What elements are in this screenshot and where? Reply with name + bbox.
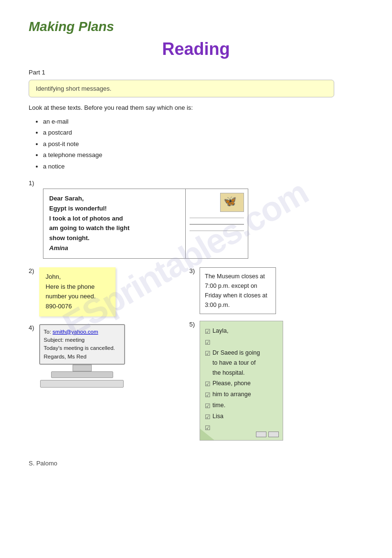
check-icon: ☑	[205, 326, 211, 337]
checklist-arrange: him to arrange	[212, 390, 251, 400]
postcard-right-side	[186, 189, 248, 258]
check-icon: ☑	[205, 412, 211, 422]
item2-row: 2) John, Here is the phone number you ne…	[29, 267, 189, 316]
check-icon: ☑	[205, 423, 211, 433]
instruction-text: Look at these texts. Before you read the…	[29, 104, 363, 111]
check-row: ☑ Lisa	[205, 411, 276, 422]
checklist-signature: Lisa	[212, 411, 223, 421]
postit-note: John, Here is the phone number you need.…	[39, 267, 116, 316]
left-column: 2) John, Here is the phone number you ne…	[29, 267, 189, 441]
reading-heading: Reading	[29, 39, 363, 59]
list-item: an e-mail	[43, 116, 363, 127]
check-row: ☑ Dr Saeed is goingto have a tour ofthe …	[205, 348, 276, 379]
part-label: Part 1	[29, 69, 363, 76]
check-icon: ☑	[205, 401, 211, 411]
item4-label: 4)	[29, 324, 34, 331]
check-row: ☑ Please, phone	[205, 379, 276, 390]
checklist-blank	[212, 337, 214, 347]
item1-label: 1)	[29, 179, 363, 187]
checklist-phone: Please, phone	[212, 379, 251, 389]
notice-box: The Museum closes at 7:00 p.m. except on…	[200, 267, 276, 314]
identifying-box: Identifying short messages.	[29, 80, 334, 97]
footer-author: S. Palomo	[29, 460, 363, 467]
postcard-line	[190, 224, 244, 225]
list-item: a telephone message	[43, 149, 363, 160]
postcard-line	[190, 218, 244, 219]
checklist-message: Dr Saeed is goingto have a tour ofthe ho…	[212, 348, 260, 379]
check-icon: ☑	[205, 348, 211, 359]
check-row: ☑ him to arrange	[205, 390, 276, 400]
item5-row: 5) ☑ Layla, ☑ ☑ Dr Saeed is goingto have…	[189, 321, 363, 441]
check-icon: ☑	[205, 390, 211, 400]
postcard-stamp	[220, 193, 244, 212]
right-column: 3) The Museum closes at 7:00 p.m. except…	[189, 267, 363, 441]
checklist-name: Layla,	[212, 326, 228, 336]
list-item: a postcard	[43, 127, 363, 138]
email-subject: Subject: meeting	[44, 337, 85, 343]
checklist-box: ☑ Layla, ☑ ☑ Dr Saeed is goingto have a …	[200, 321, 283, 441]
item3-row: 3) The Museum closes at 7:00 p.m. except…	[189, 267, 363, 314]
item2-label: 2)	[29, 267, 34, 274]
small-button	[256, 432, 266, 437]
check-icon: ☑	[205, 337, 211, 348]
checklist-buttons	[256, 432, 279, 437]
monitor-base	[51, 371, 113, 378]
postcard-item: Dear Sarah, Egypt is wonderful! I took a…	[43, 189, 248, 259]
page-title: Making Plans	[29, 19, 363, 34]
computer-screen: To: smith@yahoo.com Subject: meeting Tod…	[39, 324, 125, 365]
checklist-empty	[212, 422, 214, 432]
bottom-section: 2) John, Here is the phone number you ne…	[29, 267, 363, 441]
email-to-link[interactable]: smith@yahoo.com	[53, 329, 98, 335]
small-button	[268, 432, 279, 437]
checklist-time: time.	[212, 400, 225, 411]
list-item: a notice	[43, 161, 363, 172]
computer-wrapper: To: smith@yahoo.com Subject: meeting Tod…	[39, 324, 125, 388]
item3-label: 3)	[189, 267, 195, 274]
check-row: ☑ Layla,	[205, 326, 276, 337]
list-item: a post-it note	[43, 138, 363, 149]
check-row: ☑ time.	[205, 400, 276, 411]
check-icon: ☑	[205, 379, 211, 390]
monitor-neck	[73, 365, 92, 371]
item5-label: 5)	[189, 321, 195, 328]
item4-row: 4) To: smith@yahoo.com Subject: meeting …	[29, 324, 189, 388]
email-to-label: To:	[44, 329, 53, 335]
keyboard	[40, 380, 124, 388]
text-type-list: an e-mail a postcard a post-it note a te…	[29, 116, 363, 172]
postcard-text: Dear Sarah, Egypt is wonderful! I took a…	[43, 189, 186, 258]
email-body: Today's meeting is cancelled.Regards, Ms…	[44, 345, 115, 359]
check-row: ☑	[205, 337, 276, 348]
postcard-line	[190, 231, 244, 232]
